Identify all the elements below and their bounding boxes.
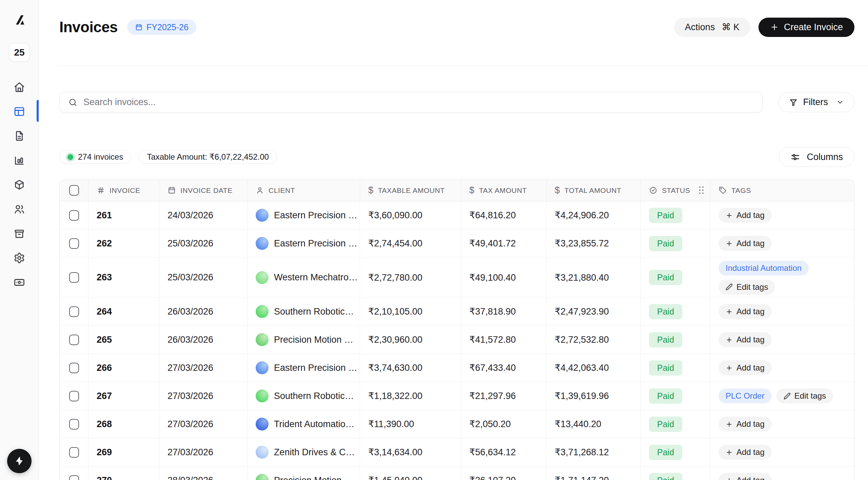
table-row[interactable]: 264 26/03/2026 Southern Robotic… ₹2,10,1…: [60, 298, 854, 326]
sliders-icon: [790, 152, 800, 162]
status-badge: Paid: [649, 388, 682, 404]
workspace-badge[interactable]: 25: [9, 43, 30, 62]
table-row[interactable]: 269 27/03/2026 Zenith Drives & Co… ₹3,14…: [60, 438, 854, 466]
row-checkbox[interactable]: [69, 475, 79, 480]
add-tag-button[interactable]: Add tag: [718, 473, 772, 480]
column-header-invoice-date[interactable]: INVOICE DATE: [159, 180, 248, 201]
file-text-icon[interactable]: [11, 130, 28, 142]
column-label: TAGS: [731, 186, 751, 195]
row-invoice-date: 27/03/2026: [159, 438, 248, 466]
row-checkbox[interactable]: [69, 238, 79, 249]
row-taxable-amount: ₹1,45,040.00: [360, 466, 461, 480]
add-tag-button[interactable]: Add tag: [718, 417, 772, 432]
row-total-amount: ₹2,72,532.80: [547, 326, 641, 354]
column-header-total-amount[interactable]: $ TOTAL AMOUNT: [547, 180, 641, 201]
edit-tags-button[interactable]: Edit tags: [776, 388, 833, 403]
row-taxable-amount: ₹3,74,630.00: [360, 354, 461, 382]
create-invoice-button[interactable]: Create Invoice: [758, 18, 854, 37]
users-icon[interactable]: [11, 203, 28, 215]
column-header-status[interactable]: STATUS: [641, 180, 710, 201]
edit-tags-button[interactable]: Edit tags: [718, 280, 775, 295]
column-label: TOTAL AMOUNT: [565, 186, 622, 195]
row-checkbox[interactable]: [69, 419, 79, 429]
row-checkbox[interactable]: [69, 306, 79, 317]
search-box[interactable]: [59, 92, 763, 113]
row-client-cell: Precision Motion …: [248, 466, 360, 480]
banknote-icon[interactable]: [11, 277, 28, 288]
row-checkbox[interactable]: [69, 447, 79, 458]
select-all-checkbox[interactable]: [69, 185, 79, 196]
main-content: Invoices FY2025-26 Actions ⌘ K Create In…: [39, 17, 868, 480]
row-checkbox[interactable]: [69, 210, 79, 221]
column-label: TAX AMOUNT: [479, 186, 527, 195]
add-tag-label: Add tag: [736, 307, 765, 316]
client-avatar: [256, 418, 269, 431]
add-tag-button[interactable]: Add tag: [718, 360, 772, 375]
column-label: TAXABLE AMOUNT: [378, 186, 445, 195]
row-checkbox[interactable]: [69, 272, 79, 283]
package-icon[interactable]: [11, 179, 28, 191]
add-tag-button[interactable]: Add tag: [718, 445, 772, 460]
filters-button[interactable]: Filters: [778, 92, 855, 112]
row-checkbox[interactable]: [69, 391, 79, 401]
column-header-tags[interactable]: TAGS: [710, 180, 854, 201]
table-icon[interactable]: [11, 106, 28, 117]
add-tag-button[interactable]: Add tag: [718, 208, 772, 223]
client-name: Precision Motion …: [274, 475, 353, 480]
row-checkbox-cell: [60, 466, 88, 480]
row-client-cell: Eastern Precision …: [248, 354, 360, 382]
row-taxable-amount: ₹2,10,105.00: [360, 298, 461, 325]
tags-cell: Add tag: [710, 326, 854, 354]
table-row[interactable]: 261 24/03/2026 Eastern Precision … ₹3,60…: [60, 201, 854, 229]
row-client-cell: Western Mechatro…: [248, 258, 360, 297]
row-total-amount: ₹4,42,063.40: [547, 354, 641, 382]
column-header-taxable-amount[interactable]: $ TAXABLE AMOUNT: [360, 180, 461, 201]
drag-handle-icon[interactable]: [699, 186, 704, 194]
table-row[interactable]: 262 25/03/2026 Eastern Precision … ₹2,74…: [60, 229, 854, 258]
plus-icon: [726, 364, 733, 372]
table-row[interactable]: 265 26/03/2026 Precision Motion … ₹2,30,…: [60, 326, 854, 354]
page-header: Invoices FY2025-26 Actions ⌘ K Create In…: [59, 17, 854, 37]
column-header-invoice[interactable]: INVOICE: [88, 180, 159, 201]
column-header-client[interactable]: CLIENT: [248, 180, 360, 201]
bar-chart-icon[interactable]: [11, 155, 28, 166]
column-label: CLIENT: [269, 186, 295, 195]
table-row[interactable]: 268 27/03/2026 Trident Automatio… ₹11,39…: [60, 410, 854, 438]
columns-button[interactable]: Columns: [779, 147, 854, 167]
table-row[interactable]: 267 27/03/2026 Southern Robotic… ₹1,18,3…: [60, 382, 854, 410]
table-row[interactable]: 263 25/03/2026 Western Mechatro… ₹2,72,7…: [60, 258, 854, 298]
brand-logo-icon[interactable]: [12, 13, 27, 28]
add-tag-button[interactable]: Add tag: [718, 332, 772, 347]
archive-icon[interactable]: [11, 228, 28, 239]
tag-badge[interactable]: PLC Order: [718, 388, 772, 403]
settings-icon[interactable]: [11, 252, 28, 264]
chevron-down-icon: [836, 98, 844, 106]
zap-icon[interactable]: [7, 449, 32, 473]
taxable-total-badge: Taxable Amount: ₹6,07,22,452.00: [139, 150, 277, 164]
fiscal-year-badge[interactable]: FY2025-26: [127, 19, 196, 35]
row-checkbox[interactable]: [69, 335, 79, 345]
row-checkbox-cell: [60, 201, 88, 229]
add-tag-button[interactable]: Add tag: [718, 236, 772, 251]
tags-cell: Industrial Automation Edit tags: [710, 258, 854, 297]
create-invoice-label: Create Invoice: [784, 22, 843, 33]
column-header-tax-amount[interactable]: $ TAX AMOUNT: [461, 180, 547, 201]
client-avatar: [256, 389, 269, 402]
row-invoice-number: 270: [88, 466, 159, 480]
search-input[interactable]: [83, 97, 754, 107]
tag-badge[interactable]: Industrial Automation: [718, 261, 809, 276]
tags-cell: Add tag: [710, 466, 854, 480]
tags-cell: Add tag: [710, 354, 854, 382]
add-tag-button[interactable]: Add tag: [718, 304, 772, 319]
row-tax-amount: ₹56,634.12: [461, 438, 547, 466]
table-row[interactable]: 266 27/03/2026 Eastern Precision … ₹3,74…: [60, 354, 854, 382]
home-icon[interactable]: [11, 81, 28, 93]
table-row[interactable]: 270 28/03/2026 Precision Motion … ₹1,45,…: [60, 466, 854, 480]
row-invoice-date: 27/03/2026: [159, 354, 248, 382]
fiscal-year-label: FY2025-26: [146, 22, 189, 32]
dollar-icon: $: [555, 185, 560, 196]
column-label: INVOICE: [110, 186, 140, 195]
status-dot-icon: [67, 154, 73, 160]
row-checkbox[interactable]: [69, 363, 79, 373]
actions-button[interactable]: Actions ⌘ K: [674, 18, 750, 37]
